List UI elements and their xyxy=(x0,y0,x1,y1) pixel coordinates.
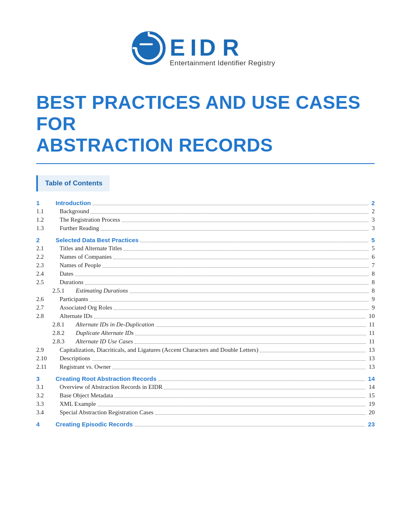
toc-dots xyxy=(135,335,366,335)
toc-page: 2 xyxy=(370,200,375,206)
toc-num: 2.9 xyxy=(36,347,57,353)
toc-row: 2.2Names of Companies6 xyxy=(36,253,375,261)
toc-dots xyxy=(112,369,365,369)
toc-num: 2.7 xyxy=(36,304,57,311)
toc-label: Overview of Abstraction Records in EIDR xyxy=(60,384,162,391)
toc-num: 1 xyxy=(36,200,53,206)
eidr-logo: E I D R Entertainment Identifier Registr… xyxy=(129,28,282,73)
toc-dots xyxy=(90,301,369,301)
toc-page: 11 xyxy=(367,330,375,337)
toc-num: 2.11 xyxy=(36,364,57,370)
toc-label: Creating Episodic Records xyxy=(56,421,133,428)
toc-num: 2.4 xyxy=(36,270,57,277)
toc-row: 2.5Durations8 xyxy=(36,278,375,287)
toc-page: 10 xyxy=(367,313,375,320)
toc-row: 2.11Registrant vs. Owner13 xyxy=(36,363,375,371)
toc-row: 2.9Capitalization, Diacriticals, and Lig… xyxy=(36,346,375,354)
svg-text:E: E xyxy=(170,35,185,60)
toc-num: 2.10 xyxy=(36,355,57,362)
toc-num: 2.1 xyxy=(36,245,57,252)
toc-label: Names of Companies xyxy=(60,254,112,260)
toc-row: 3.1Overview of Abstraction Records in EI… xyxy=(36,383,375,391)
toc-dots xyxy=(124,250,369,251)
toc-num: 2.8 xyxy=(36,313,57,320)
toc-dots xyxy=(75,276,368,276)
page: E I D R Entertainment Identifier Registr… xyxy=(0,0,411,532)
toc-num: 2.5 xyxy=(36,279,57,286)
toc-page: 3 xyxy=(370,216,375,223)
toc-label: Associated Org Roles xyxy=(60,304,112,311)
toc-row: 1.1Background2 xyxy=(36,207,375,216)
toc-page: 6 xyxy=(370,254,375,260)
toc-page: 9 xyxy=(370,304,375,311)
toc-dots xyxy=(85,284,368,285)
toc-dots xyxy=(135,426,365,426)
toc-page: 13 xyxy=(367,355,375,362)
toc-row: 2.7Associated Org Roles9 xyxy=(36,303,375,312)
toc-num: 2 xyxy=(36,237,53,243)
toc-label: Introduction xyxy=(56,200,91,206)
toc-num: 3.2 xyxy=(36,392,57,399)
toc-row: 3.4Special Abstraction Registration Case… xyxy=(36,408,375,417)
toc-label: Special Abstraction Registration Cases xyxy=(60,409,154,416)
toc-label: Creating Root Abstraction Records xyxy=(56,375,156,382)
toc-dots xyxy=(98,406,365,406)
toc-label: Alternate IDs in De-Duplication xyxy=(76,321,154,328)
toc-row: 2Selected Data Best Practices5 xyxy=(36,236,375,244)
toc-dots xyxy=(91,213,368,214)
toc-page: 3 xyxy=(370,225,375,232)
main-title: BEST PRACTICES AND USE CASES FOR ABSTRAC… xyxy=(36,92,375,156)
toc-dots xyxy=(164,389,365,389)
toc-dots xyxy=(114,397,365,398)
toc-page: 19 xyxy=(367,401,375,407)
toc-page: 14 xyxy=(367,384,375,391)
toc-label: Descriptions xyxy=(60,355,90,362)
title-divider xyxy=(36,163,375,164)
toc-page: 14 xyxy=(366,375,375,382)
toc-row: 3.3XML Example19 xyxy=(36,400,375,408)
toc-label: Dates xyxy=(60,270,73,277)
toc-row: 2.8.1Alternate IDs in De-Duplication11 xyxy=(36,320,375,329)
toc-num: 2.3 xyxy=(36,262,57,269)
toc-num: 3.4 xyxy=(36,409,57,416)
toc-row: 2.8Alternate IDs10 xyxy=(36,312,375,320)
toc-num: 2.6 xyxy=(36,296,57,303)
toc-dots xyxy=(130,293,369,293)
toc-table: 1Introduction21.1Background21.2The Regis… xyxy=(36,199,375,428)
toc-num: 4 xyxy=(36,421,53,428)
toc-dots xyxy=(92,360,365,361)
toc-dots xyxy=(101,230,369,231)
toc-page: 20 xyxy=(367,409,375,416)
toc-row: 3Creating Root Abstraction Records14 xyxy=(36,374,375,383)
toc-dots xyxy=(102,267,368,268)
toc-page: 13 xyxy=(367,347,375,353)
logo-area: E I D R Entertainment Identifier Registr… xyxy=(36,28,375,73)
svg-text:Entertainment Identifier Regis: Entertainment Identifier Registry xyxy=(170,59,275,67)
toc-dots xyxy=(140,242,368,242)
toc-page: 5 xyxy=(370,245,375,252)
toc-label: Durations xyxy=(60,279,83,286)
toc-page: 2 xyxy=(370,208,375,215)
toc-page: 11 xyxy=(367,338,375,345)
toc-label: Background xyxy=(60,208,89,215)
toc-label: Registrant vs. Owner xyxy=(60,364,111,370)
toc-dots xyxy=(156,326,366,327)
toc-num: 2.8.1 xyxy=(52,321,73,328)
toc-page: 8 xyxy=(370,287,375,294)
toc-row: 2.10Descriptions13 xyxy=(36,354,375,363)
toc-row: 1.3Further Reading3 xyxy=(36,224,375,233)
toc-dots xyxy=(94,318,365,318)
toc-num: 2.8.3 xyxy=(52,338,73,345)
toc-label: Base Object Metadata xyxy=(60,392,113,399)
toc-row: 2.4Dates8 xyxy=(36,270,375,278)
toc-page: 23 xyxy=(366,421,375,428)
toc-row: 1.2The Registration Process3 xyxy=(36,216,375,224)
toc-page: 9 xyxy=(370,296,375,303)
toc-row: 2.5.1Estimating Durations8 xyxy=(36,287,375,295)
toc-dots xyxy=(155,414,365,415)
toc-dots xyxy=(114,310,369,310)
toc-num: 2.5.1 xyxy=(52,287,73,294)
toc-dots xyxy=(158,380,365,381)
toc-label: Duplicate Alternate IDs xyxy=(76,330,134,337)
toc-label: Titles and Alternate Titles xyxy=(60,245,122,252)
